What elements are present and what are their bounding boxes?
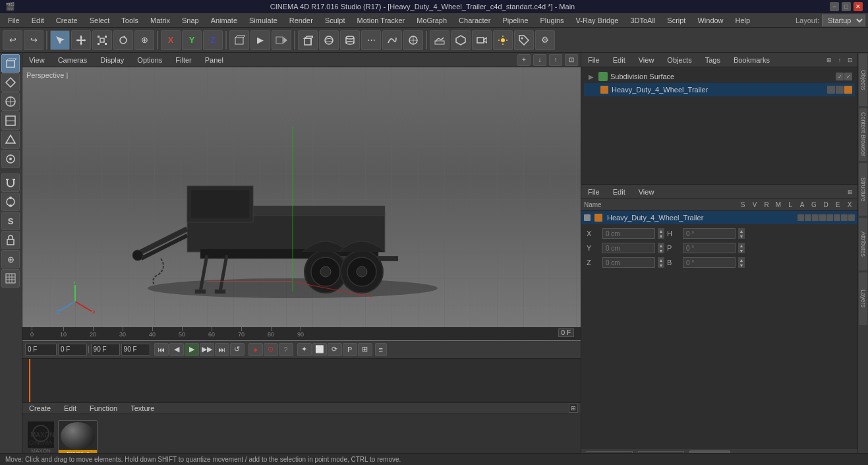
coord-p-up[interactable]: ▲	[738, 243, 745, 248]
coord-y-pos-up[interactable]: ▲	[658, 243, 664, 248]
transport-prev-frame[interactable]: ◀	[169, 343, 184, 356]
tool-grid[interactable]	[1, 269, 20, 288]
coord-x-pos-down[interactable]: ▼	[658, 233, 664, 239]
tool-edit-mode-3[interactable]	[1, 131, 20, 149]
deformer-button[interactable]	[430, 30, 449, 50]
obj-vis-1[interactable]: ✓	[836, 73, 844, 80]
material-menu-create[interactable]: Create	[25, 403, 55, 414]
menu-tools[interactable]: Tools	[116, 15, 144, 26]
viewport-menu-panel[interactable]: Panel	[201, 55, 227, 65]
obj-vis-trailer-1[interactable]: ·	[827, 86, 835, 94]
vp-nav-3[interactable]: ↑	[549, 54, 562, 66]
tag-button[interactable]	[514, 30, 534, 50]
coord-b-down[interactable]: ▼	[738, 263, 745, 268]
lower-objects-menu-view[interactable]: View	[635, 187, 658, 197]
coord-z-pos-input[interactable]	[602, 257, 655, 268]
minimize-button[interactable]: –	[830, 2, 839, 11]
objects-menu-tags[interactable]: Tags	[701, 55, 724, 65]
mode-scale-button[interactable]	[92, 30, 112, 50]
lower-obj-vis-2[interactable]: ·	[805, 214, 811, 221]
menu-file[interactable]: File	[3, 15, 25, 26]
redo-button[interactable]: ↪	[24, 30, 43, 50]
coord-y-pos-down[interactable]: ▼	[658, 248, 664, 253]
object-sphere-button[interactable]	[319, 30, 339, 50]
lower-objects-menu-edit[interactable]: Edit	[609, 187, 629, 197]
frame-end-input[interactable]	[91, 344, 120, 356]
viewport-menu-view[interactable]: View	[25, 55, 49, 65]
objects-menu-objects[interactable]: Objects	[663, 55, 695, 65]
coord-b-arrows[interactable]: ▲ ▼	[738, 257, 745, 268]
timeline-ruler[interactable]: 0 10 20 30 40 50 60 70 80 90 0 F	[22, 327, 581, 340]
object-more-button[interactable]: ⋯	[361, 30, 381, 50]
menu-plugins[interactable]: Plugins	[535, 15, 569, 26]
light-button[interactable]	[493, 30, 513, 50]
material-menu-edit[interactable]: Edit	[60, 403, 80, 414]
lower-object-row-trailer[interactable]: Heavy_Duty_4_Wheel_Trailer · · · · · · ·…	[581, 211, 857, 224]
coord-h-input[interactable]	[683, 228, 736, 239]
menu-create[interactable]: Create	[51, 15, 83, 26]
menu-animate[interactable]: Animate	[206, 15, 243, 26]
frame-current-input[interactable]	[58, 344, 87, 356]
mode-transform-button[interactable]: ⊕	[134, 30, 154, 50]
lower-panel-icon[interactable]: ⊞	[846, 187, 855, 197]
object-row-trailer[interactable]: Heavy_Duty_4_Wheel_Trailer · ·	[584, 83, 855, 96]
nurbs-button[interactable]	[403, 30, 423, 50]
objects-panel-icon-1[interactable]: ⊞	[825, 55, 834, 65]
objects-panel-icon-2[interactable]: ↑	[835, 55, 844, 65]
menu-sculpt[interactable]: Sculpt	[320, 15, 351, 26]
tool-snap[interactable]	[1, 193, 20, 211]
scene-button[interactable]	[451, 30, 471, 50]
object-cube-button[interactable]	[298, 30, 318, 50]
timeline-key-btn-1[interactable]: ✦	[297, 343, 312, 356]
coord-z-pos-down[interactable]: ▼	[658, 263, 664, 268]
menu-vray[interactable]: V-Ray Bridge	[571, 15, 624, 26]
viewport-canvas[interactable]: Perspective |	[22, 67, 581, 341]
menu-snap[interactable]: Snap	[177, 15, 204, 26]
tool-magnet[interactable]	[1, 173, 20, 192]
axis-x-button[interactable]: X	[161, 30, 181, 50]
mode-rotate-button[interactable]	[113, 30, 133, 50]
coord-z-pos-up[interactable]: ▲	[658, 257, 664, 263]
coord-p-arrows[interactable]: ▲ ▼	[738, 243, 745, 253]
viewport-menu-display[interactable]: Display	[96, 55, 128, 65]
mode-move-button[interactable]	[71, 30, 91, 50]
mode-select-button[interactable]	[50, 30, 70, 50]
menu-pipeline[interactable]: Pipeline	[497, 15, 533, 26]
right-tab-content-browser[interactable]: Content Browser	[859, 108, 867, 161]
lower-objects-menu-file[interactable]: File	[584, 187, 604, 197]
transport-to-end[interactable]: ⏭	[215, 343, 229, 356]
vp-nav-2[interactable]: ↓	[533, 54, 546, 66]
transport-next-frame[interactable]: ▶▶	[200, 343, 214, 356]
lower-obj-vis-3[interactable]: ·	[812, 214, 819, 221]
obj-vis-2[interactable]: ✓	[844, 73, 852, 80]
tool-edit-mode-1[interactable]	[1, 92, 20, 111]
record-auto[interactable]: ⊙	[264, 343, 278, 356]
view-perspective-button[interactable]	[229, 30, 249, 50]
close-button[interactable]: ✕	[854, 2, 863, 11]
axis-y-button[interactable]: Y	[182, 30, 202, 50]
right-tab-structure[interactable]: Structure	[859, 163, 867, 216]
coord-b-up[interactable]: ▲	[738, 257, 745, 263]
objects-menu-view[interactable]: View	[635, 55, 658, 65]
objects-panel-icon-3[interactable]: ⊡	[846, 55, 855, 65]
record-motion[interactable]: ?	[279, 343, 293, 356]
render-settings-button[interactable]: ⚙	[535, 30, 555, 50]
menu-matrix[interactable]: Matrix	[145, 15, 175, 26]
coord-b-input[interactable]	[683, 257, 736, 268]
objects-menu-edit[interactable]: Edit	[609, 55, 629, 65]
objects-menu-bookmarks[interactable]: Bookmarks	[730, 55, 774, 65]
menu-3dtoall[interactable]: 3DToAll	[625, 15, 660, 26]
transport-play[interactable]: ▶	[185, 343, 199, 356]
coord-x-pos-arrows[interactable]: ▲ ▼	[658, 228, 664, 239]
lower-obj-vis-6[interactable]: ·	[834, 214, 840, 221]
viewport-menu-cameras[interactable]: Cameras	[54, 55, 92, 65]
undo-button[interactable]: ↩	[3, 30, 22, 50]
coord-p-down[interactable]: ▼	[738, 248, 745, 253]
record-btn[interactable]: ●	[248, 343, 263, 356]
material-menu-function[interactable]: Function	[86, 403, 121, 414]
layout-select[interactable]: Startup	[822, 15, 865, 26]
right-tab-objects[interactable]: Objects	[859, 53, 867, 106]
maximize-button[interactable]: □	[842, 2, 851, 11]
coord-x-pos-up[interactable]: ▲	[658, 228, 664, 233]
vp-nav-1[interactable]: +	[517, 54, 531, 66]
